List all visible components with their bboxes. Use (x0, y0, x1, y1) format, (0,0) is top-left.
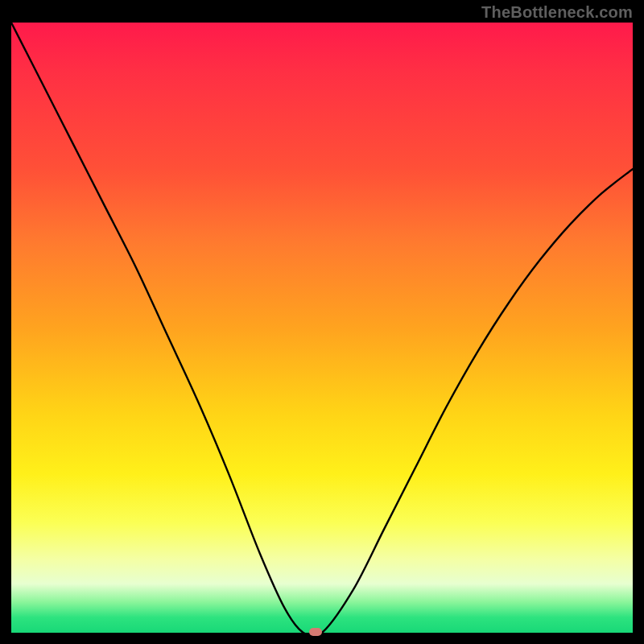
chart-container: TheBottleneck.com (0, 0, 644, 644)
plot-frame (11, 23, 633, 633)
bottleneck-curve-path (11, 23, 633, 633)
curve-svg (11, 23, 633, 633)
optimal-point-marker (309, 628, 322, 636)
watermark-text: TheBottleneck.com (481, 3, 633, 22)
